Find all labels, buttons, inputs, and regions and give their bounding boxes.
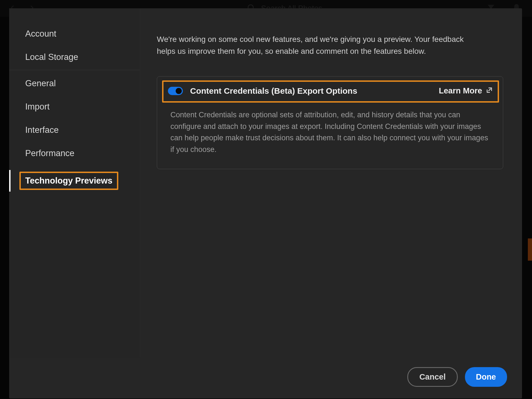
done-button[interactable]: Done	[465, 367, 507, 387]
sidebar-item-interface[interactable]: Interface	[9, 118, 140, 142]
sidebar-item-local-storage[interactable]: Local Storage	[9, 45, 140, 70]
sidebar-item-label: Account	[25, 29, 56, 39]
sidebar-item-import[interactable]: Import	[9, 95, 140, 118]
sidebar-item-account[interactable]: Account	[9, 22, 140, 45]
sidebar-item-label: Local Storage	[25, 52, 78, 62]
cancel-button[interactable]: Cancel	[407, 367, 457, 387]
feature-header-highlight: Content Credentials (Beta) Export Option…	[162, 80, 499, 103]
sidebar-item-general[interactable]: General	[9, 72, 140, 95]
toggle-knob	[176, 88, 182, 94]
sidebar-item-label: General	[25, 78, 56, 88]
sidebar: Account Local Storage General Import Int…	[9, 8, 140, 358]
sidebar-item-technology-previews[interactable]: Technology Previews	[9, 165, 140, 197]
feature-card: Content Credentials (Beta) Export Option…	[157, 76, 503, 169]
feature-description: Content Credentials are optional sets of…	[169, 109, 491, 156]
learn-more-link[interactable]: Learn More	[439, 86, 493, 95]
sidebar-item-label: Technology Previews	[19, 172, 118, 190]
external-link-icon	[486, 86, 493, 95]
preferences-modal: Account Local Storage General Import Int…	[9, 8, 522, 398]
sidebar-item-performance[interactable]: Performance	[9, 142, 140, 165]
intro-text: We're working on some cool new features,…	[157, 33, 481, 57]
feature-toggle[interactable]	[168, 87, 183, 95]
modal-body: Account Local Storage General Import Int…	[9, 8, 522, 358]
feature-title: Content Credentials (Beta) Export Option…	[190, 86, 432, 96]
sidebar-item-label: Interface	[25, 125, 59, 135]
sidebar-item-label: Performance	[25, 148, 74, 158]
sidebar-item-label: Import	[25, 102, 50, 111]
learn-more-label: Learn More	[439, 86, 482, 95]
content-pane: We're working on some cool new features,…	[140, 8, 522, 358]
modal-footer: Cancel Done	[9, 358, 522, 398]
